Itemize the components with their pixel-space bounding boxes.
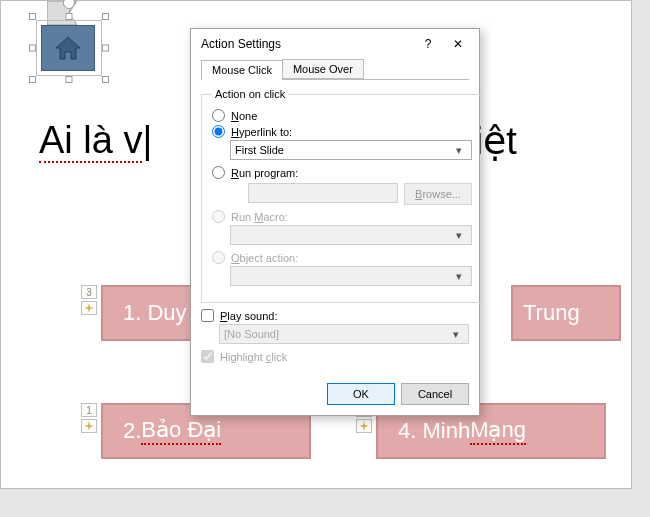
cancel-button[interactable]: Cancel (401, 383, 469, 405)
anim-effect-icon[interactable] (356, 419, 372, 433)
chevron-down-icon: ▾ (451, 144, 467, 157)
anim-effect-icon[interactable] (81, 419, 97, 433)
radio-object-action (212, 251, 225, 264)
dialog-buttons: OK Cancel (191, 375, 479, 415)
close-icon: ✕ (453, 37, 463, 51)
run-program-path (248, 183, 398, 203)
tab-mouse-over[interactable]: Mouse Over (282, 59, 364, 79)
play-sound-check[interactable]: Play sound: (201, 309, 469, 322)
radio-run-macro (212, 210, 225, 223)
anim-effect-icon[interactable] (81, 301, 97, 315)
action-on-click-group: Action on click None Hyperlink to: First… (201, 88, 483, 303)
option-none[interactable]: None (212, 109, 472, 122)
dialog-title: Action Settings (201, 37, 413, 51)
radio-none[interactable] (212, 109, 225, 122)
answer-3[interactable]: Trung (511, 285, 621, 341)
hyperlink-combo[interactable]: First Slide ▾ (230, 140, 472, 160)
ok-button[interactable]: OK (327, 383, 395, 405)
dialog-titlebar[interactable]: Action Settings ? ✕ (191, 29, 479, 59)
checkbox-play-sound[interactable] (201, 309, 214, 322)
macro-combo: ▾ (230, 225, 472, 245)
radio-hyperlink[interactable] (212, 125, 225, 138)
radio-run-program[interactable] (212, 166, 225, 179)
browse-button: Browse... (404, 183, 472, 205)
close-button[interactable]: ✕ (443, 33, 473, 55)
help-button[interactable]: ? (413, 33, 443, 55)
highlight-click-check: Highlight click (201, 350, 469, 363)
chevron-down-icon: ▾ (451, 270, 467, 283)
option-run-program[interactable]: Run program: (212, 166, 472, 179)
anim-order-tag[interactable]: 3 (81, 285, 97, 299)
tab-strip: Mouse Click Mouse Over (201, 59, 469, 80)
sound-combo: [No Sound] ▾ (219, 324, 469, 344)
anim-order-tag[interactable]: 1 (81, 403, 97, 417)
object-action-combo: ▾ (230, 266, 472, 286)
group-legend: Action on click (212, 88, 288, 100)
chevron-down-icon: ▾ (451, 229, 467, 242)
option-run-macro: Run Macro: (212, 210, 472, 223)
tab-mouse-click[interactable]: Mouse Click (201, 60, 283, 80)
option-hyperlink[interactable]: Hyperlink to: (212, 125, 472, 138)
checkbox-highlight (201, 350, 214, 363)
chevron-down-icon: ▾ (448, 328, 464, 341)
action-settings-dialog: Action Settings ? ✕ Mouse Click Mouse Ov… (190, 28, 480, 416)
option-object-action: Object action: (212, 251, 472, 264)
